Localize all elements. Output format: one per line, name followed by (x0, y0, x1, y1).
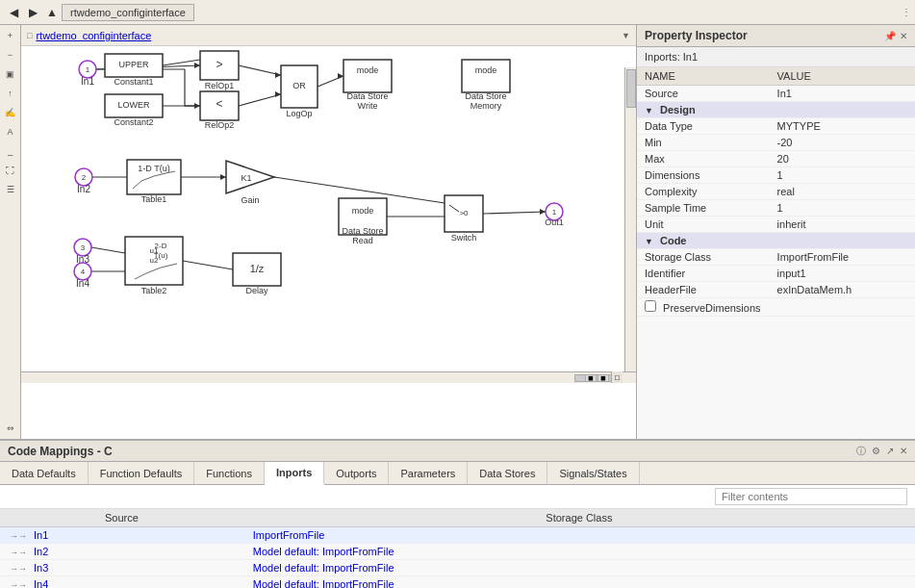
view-icon-1[interactable]: ◼ (585, 374, 597, 382)
tab-bar: Data Defaults Function Defaults Function… (0, 462, 915, 485)
breadcrumb-link[interactable]: rtwdemo_configinterface (36, 30, 151, 41)
svg-text:mode: mode (357, 65, 379, 75)
preserve-dimensions-checkbox[interactable] (645, 300, 656, 312)
pi-identifier-row: Identifier input1 (637, 266, 915, 282)
pi-pin-button[interactable]: 📌 (884, 31, 896, 41)
canvas-breadcrumb: □ rtwdemo_configinterface ▼ (21, 25, 636, 46)
line-icon[interactable]: ⎯ (2, 142, 19, 160)
pi-datatype-row: Data Type MYTYPE (637, 118, 915, 135)
settings-button[interactable]: ⚙ (872, 446, 880, 456)
expand-icon[interactable]: ⇔ (2, 420, 19, 437)
tab-signals-states[interactable]: Signals/States (547, 462, 639, 484)
svg-line-6 (239, 65, 281, 75)
v-scrollbar[interactable] (624, 67, 636, 371)
pi-datatype-value: MYTYPE (770, 118, 915, 135)
breadcrumb-icon: □ (27, 31, 32, 40)
svg-text:LogOp: LogOp (286, 109, 312, 118)
help-button[interactable]: ⓘ (856, 445, 866, 458)
view-icon-2[interactable]: ◼ (597, 374, 609, 382)
close-bottom-button[interactable]: ✕ (900, 446, 907, 456)
svg-text:Out1: Out1 (545, 217, 564, 227)
bottom-header: Code Mappings - C ⓘ ⚙ ↗ ✕ (0, 441, 915, 462)
zoom-in-icon[interactable]: + (2, 27, 19, 44)
pi-dimensions-label: Dimensions (637, 167, 770, 184)
table-row-in1[interactable]: →→ In1 ImportFromFile (0, 527, 915, 544)
bottom-panel: Code Mappings - C ⓘ ⚙ ↗ ✕ Data Defaults … (0, 439, 915, 588)
svg-text:1-D T(u): 1-D T(u) (138, 164, 169, 173)
svg-text:UPPER: UPPER (118, 60, 149, 69)
undock-button[interactable]: ↗ (886, 446, 894, 456)
pi-complexity-value: real (770, 184, 915, 200)
svg-text:>: > (216, 58, 222, 71)
tab-function-defaults[interactable]: Function Defaults (89, 462, 195, 484)
tab-title: rtwdemo_configinterface (62, 4, 194, 21)
in3-storage-text: Model default: ImportFromFile (243, 560, 915, 576)
bottom-title: Code Mappings - C (8, 445, 113, 458)
row-in2-source: →→ In2 (0, 544, 243, 560)
table-row-in3[interactable]: →→ In3 Model default: ImportFromFile (0, 560, 915, 576)
design-section-label: Design (660, 104, 696, 115)
svg-text:1: 1 (86, 65, 90, 74)
forward-button[interactable]: ▶ (23, 3, 42, 22)
svg-text:T(u): T(u) (154, 251, 168, 260)
pi-sampletime-label: Sample Time (637, 200, 770, 217)
filter-input[interactable] (715, 488, 907, 505)
svg-text:RelOp1: RelOp1 (205, 81, 235, 90)
pi-identifier-value: input1 (770, 266, 915, 282)
camera-icon[interactable]: ⛶ (2, 162, 19, 179)
table-row-in4[interactable]: →→ In4 Model default: ImportFromFile (0, 576, 915, 589)
row-in1-source: →→ In1 (0, 527, 243, 544)
table-row-in2[interactable]: →→ In2 Model default: ImportFromFile (0, 544, 915, 560)
pi-title: Property Inspector (645, 29, 748, 42)
data-table-header: Source Storage Class (0, 509, 915, 527)
svg-text:Data Store: Data Store (465, 91, 506, 101)
preserve-dimensions-label: PreserveDimensions (663, 302, 760, 314)
scroll-corner: □ (611, 371, 623, 383)
up-button[interactable]: ▲ (42, 3, 62, 22)
code-collapse-arrow[interactable]: ▼ (645, 237, 653, 246)
data-table: Source Storage Class →→ In1 ImportFromFi… (0, 509, 915, 588)
row-in4-source: →→ In4 (0, 576, 243, 589)
pi-max-value: 20 (770, 151, 915, 167)
v-scrollbar-thumb[interactable] (626, 69, 636, 108)
tab-outports[interactable]: Outports (324, 462, 389, 484)
settings-icon[interactable]: ☰ (2, 181, 19, 198)
pi-storageclass-row: Storage Class ImportFromFile (637, 249, 915, 266)
svg-text:3: 3 (81, 243, 86, 252)
svg-text:Memory: Memory (470, 101, 502, 111)
breadcrumb-arrow[interactable]: ▼ (622, 31, 630, 40)
row-icon-in4: →→ (10, 580, 27, 588)
bottom-content: Source Storage Class →→ In1 ImportFromFi… (0, 509, 915, 588)
svg-text:Table1: Table1 (141, 194, 167, 204)
tab-parameters[interactable]: Parameters (389, 462, 468, 484)
col-source-header: Source (0, 509, 243, 527)
pi-dimensions-value: 1 (770, 167, 915, 184)
svg-marker-79 (194, 103, 200, 109)
text-icon[interactable]: A (2, 123, 19, 141)
h-scrollbar[interactable]: ◼ ◼ □ (21, 371, 636, 383)
svg-text:In1: In1 (81, 76, 94, 87)
back-button[interactable]: ◀ (4, 3, 23, 22)
pi-unit-value: inherit (770, 217, 915, 233)
fit-icon[interactable]: ▣ (2, 65, 19, 83)
tab-data-defaults[interactable]: Data Defaults (0, 462, 89, 484)
svg-text:Switch: Switch (451, 233, 477, 243)
tab-inports[interactable]: Inports (265, 462, 324, 485)
svg-text:mode: mode (352, 206, 374, 216)
cursor-icon[interactable]: ↑ (2, 85, 19, 102)
svg-line-13 (483, 212, 546, 214)
zoom-out-icon[interactable]: − (2, 46, 19, 64)
svg-line-7 (239, 94, 281, 106)
pi-content: NAME VALUE Source In1 ▼ Design (637, 67, 915, 439)
tab-data-stores[interactable]: Data Stores (468, 462, 547, 484)
canvas-area: □ rtwdemo_configinterface ▼ (21, 25, 636, 439)
svg-text:In4: In4 (76, 278, 89, 289)
pi-close-button[interactable]: ✕ (900, 31, 907, 41)
hand-icon[interactable]: ✍ (2, 104, 19, 121)
svg-marker-82 (338, 73, 343, 79)
design-collapse-arrow[interactable]: ▼ (645, 106, 653, 115)
pi-subtitle: Inports: In1 (637, 47, 915, 67)
pi-design-header: ▼ Design (637, 102, 915, 118)
pi-min-row: Min -20 (637, 135, 915, 151)
tab-functions[interactable]: Functions (194, 462, 265, 484)
